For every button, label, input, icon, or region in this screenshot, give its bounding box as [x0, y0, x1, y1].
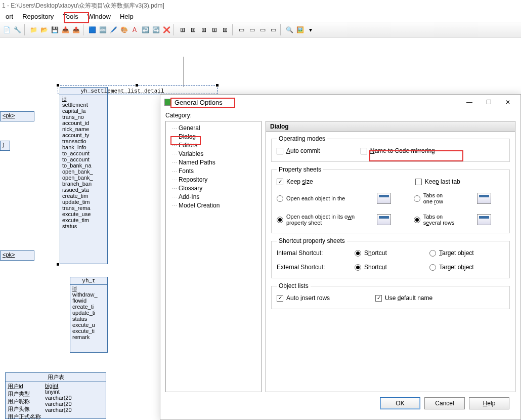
- tool-icon[interactable]: ⊞: [199, 25, 208, 34]
- menu-bar: ort Repository Tools Window Help: [0, 11, 521, 22]
- external-shortcut-label: External Shortcut:: [277, 264, 342, 271]
- toolbar: 📄 🔧 📁 📂 💾 📥 📤 🟦 🔤 🖊️ 🎨 A ↩️ ↪️ ❌ ⊞ ⊞ ⊞ ⊞…: [0, 22, 521, 37]
- tool-icon[interactable]: 📄: [2, 25, 11, 34]
- minimize-button[interactable]: —: [460, 95, 479, 109]
- object-lists-group: Object lists ✓ Auto insert rows ✓ Use de…: [271, 282, 510, 309]
- auto-insert-checkbox[interactable]: ✓ Auto insert rows: [277, 295, 330, 302]
- tool-icon[interactable]: ▭: [258, 25, 267, 34]
- tabs-several-rows-radio[interactable]: Tabs onseveral rows: [414, 214, 468, 226]
- tool-icon[interactable]: 🖊️: [109, 25, 118, 34]
- tool-icon[interactable]: 📤: [71, 25, 80, 34]
- category-tree[interactable]: GeneralDialogEditorsVariablesNamed Paths…: [165, 121, 262, 392]
- category-item[interactable]: Repository: [167, 176, 260, 184]
- category-item[interactable]: Dialog: [167, 133, 260, 141]
- external-target-radio[interactable]: Target object: [429, 264, 504, 271]
- same-sheet-radio[interactable]: Open each object in the: [277, 195, 368, 202]
- ok-button[interactable]: OK: [380, 397, 420, 409]
- tool-icon[interactable]: 🟦: [88, 25, 97, 34]
- tool-icon[interactable]: ⊞: [178, 25, 187, 34]
- settings-panel: Dialog Operating modes Auto commit Name …: [266, 121, 515, 392]
- tool-icon[interactable]: 🔍: [285, 25, 294, 34]
- tool-icon[interactable]: 📥: [61, 25, 70, 34]
- dialog-icon: [164, 99, 171, 106]
- tool-icon[interactable]: 🔧: [13, 25, 22, 34]
- keep-last-tab-checkbox[interactable]: Keep last tab: [415, 178, 460, 185]
- tool-icon[interactable]: ▾: [306, 25, 315, 34]
- category-item[interactable]: Variables: [167, 150, 260, 158]
- dialog-title: General Options: [175, 99, 223, 106]
- internal-target-radio[interactable]: Target object: [429, 249, 504, 257]
- tool-icon[interactable]: A: [130, 25, 139, 34]
- sheet-icon: [477, 193, 491, 204]
- tool-icon[interactable]: 💾: [50, 25, 59, 34]
- cancel-button[interactable]: Cancel: [424, 397, 465, 409]
- tool-icon[interactable]: 📂: [39, 25, 49, 34]
- close-button[interactable]: ✕: [498, 95, 517, 109]
- entity-fragment[interactable]: ): [0, 141, 10, 151]
- tool-icon[interactable]: ▭: [237, 25, 246, 34]
- internal-shortcut-radio[interactable]: Shortcut: [355, 249, 417, 257]
- entity-user-table[interactable]: 用户表 用户id用户类型用户昵称用户头像用户正式名称biginttinyintv…: [5, 372, 106, 419]
- tool-icon[interactable]: ⊞: [210, 25, 219, 34]
- menu-report[interactable]: ort: [1, 12, 18, 21]
- tool-icon[interactable]: ▭: [247, 25, 256, 34]
- category-label: Category:: [165, 112, 515, 119]
- sheet-icon: [377, 214, 391, 225]
- category-item[interactable]: Fonts: [167, 167, 260, 175]
- menu-window[interactable]: Window: [83, 12, 115, 21]
- menu-help[interactable]: Help: [115, 12, 138, 21]
- tool-icon[interactable]: 📁: [29, 25, 38, 34]
- tool-icon[interactable]: ❌: [162, 25, 171, 34]
- category-item[interactable]: Add-Ins: [167, 193, 260, 201]
- name-to-code-checkbox[interactable]: Name to Code mirroring: [361, 147, 435, 154]
- category-item[interactable]: Named Paths: [167, 158, 260, 166]
- tool-icon[interactable]: 🔤: [98, 25, 107, 34]
- tool-icon[interactable]: ▭: [269, 25, 278, 34]
- entity-pk[interactable]: <pk>: [0, 111, 34, 121]
- tabs-one-row-radio[interactable]: Tabs onone row: [414, 192, 468, 204]
- dialog-buttons: OK Cancel Help: [165, 392, 515, 414]
- tool-icon[interactable]: ↪️: [151, 25, 160, 34]
- entity-pk[interactable]: <pk>: [0, 250, 34, 261]
- entity-yh-t[interactable]: yh_t idwithdraw_flowidcreate_tiupdate_ti…: [70, 277, 108, 353]
- menu-repository[interactable]: Repository: [18, 12, 58, 21]
- category-item[interactable]: Model Creation: [167, 201, 260, 209]
- tool-icon[interactable]: 🎨: [119, 25, 128, 34]
- category-item[interactable]: General: [167, 124, 260, 132]
- dialog-titlebar[interactable]: General Options — ☐ ✕: [160, 95, 520, 110]
- sheet-icon: [377, 193, 391, 204]
- tool-icon[interactable]: ⊞: [221, 25, 230, 34]
- general-options-dialog: General Options — ☐ ✕ Category: GeneralD…: [160, 94, 521, 420]
- internal-shortcut-label: Internal Shortcut:: [277, 249, 342, 257]
- category-item[interactable]: Glossary: [167, 184, 260, 192]
- help-button[interactable]: Help: [469, 397, 509, 409]
- tool-icon[interactable]: 🖼️: [295, 25, 305, 34]
- use-default-name-checkbox[interactable]: ✓ Use default name: [375, 295, 432, 302]
- keep-size-checkbox[interactable]: ✓ Keep size: [277, 178, 313, 185]
- category-item[interactable]: Editors: [167, 141, 260, 149]
- title-bar: 1 - E:\Users\Desktop\xiaoyu\众筹项目\众筹数据库v3…: [0, 0, 521, 11]
- maximize-button[interactable]: ☐: [479, 95, 498, 109]
- auto-commit-checkbox[interactable]: Auto commit: [277, 147, 320, 154]
- sheet-icon: [477, 214, 491, 225]
- shortcut-sheets-group: Shortcut property sheets Internal Shortc…: [271, 237, 510, 278]
- tool-icon[interactable]: ↩️: [141, 25, 150, 34]
- menu-tools[interactable]: Tools: [58, 12, 82, 21]
- operating-modes-group: Operating modes Auto commit Name to Code…: [271, 135, 510, 162]
- panel-title: Dialog: [266, 121, 515, 132]
- entity-settlement-detail[interactable]: yh_settlement_list_detail idsettlementca…: [60, 87, 108, 264]
- tool-icon[interactable]: ⊞: [189, 25, 198, 34]
- own-sheet-radio[interactable]: Open each object in its ownproperty shee…: [277, 214, 368, 226]
- external-shortcut-radio[interactable]: Shortcut: [355, 264, 417, 271]
- property-sheets-group: Property sheets ✓ Keep size Keep last ta…: [271, 166, 510, 233]
